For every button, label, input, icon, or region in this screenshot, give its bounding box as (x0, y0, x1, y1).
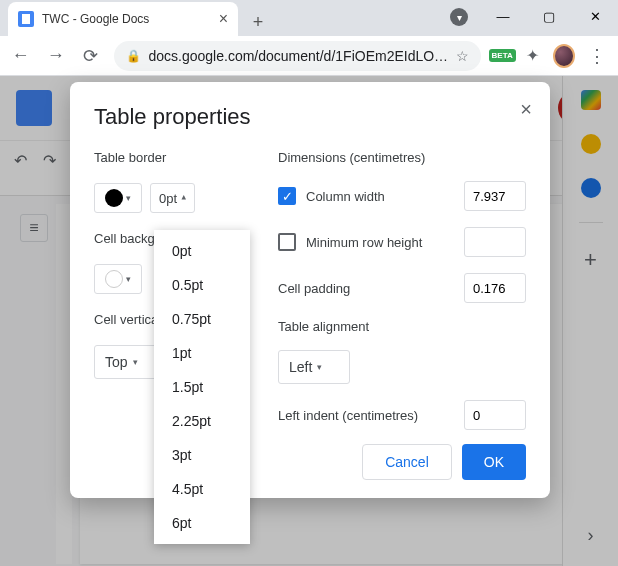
border-width-option[interactable]: 0.75pt (154, 302, 250, 336)
browser-titlebar: TWC - Google Docs × + ▾ — ▢ ✕ (0, 0, 618, 36)
tab-title: TWC - Google Docs (42, 12, 211, 26)
border-width-value: 0pt (159, 191, 177, 206)
border-width-option[interactable]: 4.5pt (154, 472, 250, 506)
reload-button[interactable]: ⟳ (78, 42, 103, 70)
profile-avatar[interactable] (553, 44, 575, 68)
close-tab-icon[interactable]: × (219, 10, 228, 28)
column-width-checkbox[interactable]: ✓ (278, 187, 296, 205)
min-row-height-checkbox[interactable] (278, 233, 296, 251)
min-row-height-label: Minimum row height (306, 235, 454, 250)
cell-padding-label: Cell padding (278, 281, 454, 296)
border-width-option[interactable]: 6pt (154, 506, 250, 540)
dimensions-label: Dimensions (centimetres) (278, 150, 526, 165)
browser-menu-button[interactable]: ⋮ (585, 42, 610, 70)
chevron-down-icon: ▾ (126, 193, 131, 203)
url-text: docs.google.com/document/d/1FiOEm2EIdLO… (149, 48, 449, 64)
alignment-value: Left (289, 359, 312, 375)
table-alignment-label: Table alignment (278, 319, 526, 334)
column-width-input[interactable] (464, 181, 526, 211)
border-width-option[interactable]: 1pt (154, 336, 250, 370)
vertical-align-value: Top (105, 354, 128, 370)
table-properties-dialog: Table properties × Table border ▾ 0pt ▾ … (70, 82, 550, 498)
chevron-down-icon: ▾ (317, 362, 322, 372)
extensions-icon[interactable]: ✦ (523, 45, 543, 67)
back-button[interactable]: ← (8, 42, 33, 70)
column-width-label: Column width (306, 189, 454, 204)
dialog-title: Table properties (94, 104, 526, 130)
ok-button[interactable]: OK (462, 444, 526, 480)
lock-icon: 🔒 (126, 49, 141, 63)
star-icon[interactable]: ☆ (456, 48, 469, 64)
border-width-option[interactable]: 0.5pt (154, 268, 250, 302)
left-indent-label: Left indent (centimetres) (278, 408, 454, 423)
close-window-button[interactable]: ✕ (572, 0, 618, 32)
border-width-option[interactable]: 3pt (154, 438, 250, 472)
forward-button[interactable]: → (43, 42, 68, 70)
cell-background-button[interactable]: ▾ (94, 264, 142, 294)
alignment-dropdown[interactable]: Left ▾ (278, 350, 350, 384)
chevron-down-icon: ▾ (133, 357, 138, 367)
browser-tab[interactable]: TWC - Google Docs × (8, 2, 238, 36)
border-width-option[interactable]: 2.25pt (154, 404, 250, 438)
white-swatch-icon (105, 270, 123, 288)
window-controls: — ▢ ✕ (480, 0, 618, 32)
min-row-height-input[interactable] (464, 227, 526, 257)
table-border-label: Table border (94, 150, 264, 165)
docs-favicon-icon (18, 11, 34, 27)
border-width-dropdown[interactable]: 0pt ▾ (150, 183, 195, 213)
dialog-close-button[interactable]: × (520, 98, 532, 121)
border-color-button[interactable]: ▾ (94, 183, 142, 213)
chevron-down-icon: ▾ (126, 274, 131, 284)
profile-indicator-icon[interactable]: ▾ (450, 8, 468, 26)
border-width-option[interactable]: 1.5pt (154, 370, 250, 404)
extension-beta-icon[interactable]: BETA (491, 45, 513, 67)
border-width-option[interactable]: 0pt (154, 234, 250, 268)
browser-toolbar: ← → ⟳ 🔒 docs.google.com/document/d/1FiOE… (0, 36, 618, 76)
black-swatch-icon (105, 189, 123, 207)
address-bar[interactable]: 🔒 docs.google.com/document/d/1FiOEm2EIdL… (114, 41, 482, 71)
chevron-up-icon: ▾ (181, 193, 186, 203)
new-tab-button[interactable]: + (244, 8, 272, 36)
cancel-button[interactable]: Cancel (362, 444, 452, 480)
maximize-button[interactable]: ▢ (526, 0, 572, 32)
border-width-menu: 0pt0.5pt0.75pt1pt1.5pt2.25pt3pt4.5pt6pt (154, 230, 250, 544)
minimize-button[interactable]: — (480, 0, 526, 32)
left-indent-input[interactable] (464, 400, 526, 430)
cell-padding-input[interactable] (464, 273, 526, 303)
